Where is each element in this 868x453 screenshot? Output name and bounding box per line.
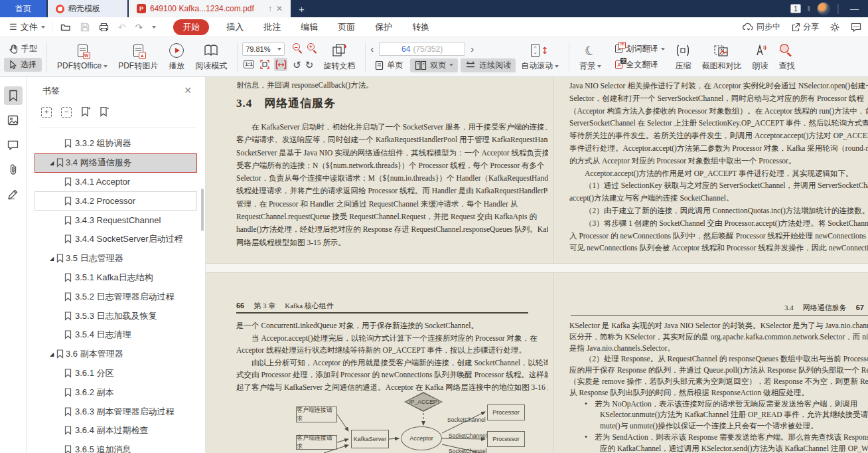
bookmark-item[interactable]: ◢ 3.4.2 Processor — [35, 191, 197, 211]
bookmark-item[interactable]: ◢ 3.6 副本管理器 — [35, 345, 197, 364]
pdf-to-office-button[interactable]: W PDF转Office — [52, 41, 113, 73]
comments-panel-button[interactable] — [4, 136, 23, 154]
feedback-icon[interactable] — [851, 23, 861, 32]
tab-docer[interactable]: 稻壳模板 — [48, 0, 127, 17]
actual-size-button[interactable]: 1:1 — [242, 58, 255, 71]
fit-width-button[interactable] — [274, 58, 287, 71]
bookmarks-panel-button[interactable] — [4, 86, 23, 105]
auto-scroll-button[interactable]: ⌃⌄↕ 自动滚动 — [516, 41, 564, 73]
tab-document[interactable]: P 649100 Kafka...1234.com.pdf ↑ ✕ — [129, 0, 291, 17]
zoom-out-icon[interactable]: – — [293, 43, 303, 54]
remove-bookmark-button[interactable] — [100, 106, 109, 118]
print-icon[interactable] — [99, 23, 109, 32]
thumbnails-panel-button[interactable] — [4, 111, 23, 130]
hand-tool-button[interactable]: 手型 — [4, 42, 42, 56]
bookmark-item[interactable]: ◢ 3.4.3 RequestChannel — [35, 211, 197, 230]
continuous-read-icon — [465, 60, 476, 70]
expand-triangle-icon[interactable]: ◢ — [50, 160, 55, 166]
page-number-input[interactable]: 64 (75/352) — [379, 42, 465, 56]
double-page-button[interactable]: 双页 — [410, 58, 458, 72]
background-button[interactable]: ☾ 背景 — [574, 41, 607, 73]
attachments-panel-button[interactable] — [4, 160, 23, 179]
expand-triangle-icon[interactable]: ◢ — [50, 351, 55, 357]
next-page-button[interactable]: › — [470, 44, 474, 54]
bookmark-label: 3.6.3 副本管理器启动过程 — [75, 406, 175, 418]
rotate-left-icon[interactable]: ↺ — [293, 60, 301, 70]
select-tool-button[interactable]: 选择 — [4, 58, 42, 72]
play-button[interactable]: 播放 — [163, 41, 190, 73]
message-count-badge[interactable]: 1 — [790, 4, 801, 13]
menu-tab[interactable]: 插入 — [226, 21, 244, 33]
bookmark-item[interactable]: ◢ 3.3.2 组协调器 — [35, 134, 197, 153]
screenshot-compare-icon — [713, 44, 729, 58]
sync-status[interactable]: 同步中 — [743, 21, 780, 33]
collapse-all-button[interactable]: − — [61, 107, 72, 118]
save-icon[interactable] — [80, 23, 90, 32]
screenshot-compare-button[interactable]: 截图和对比 — [696, 41, 747, 73]
upload-icon[interactable]: ↑ — [268, 4, 272, 13]
bookmark-item[interactable]: ◢ 3.5.3 日志加载及恢复 — [35, 306, 197, 325]
text-line: RequestChannel.requestQueue 接受 RequestCh… — [236, 211, 548, 223]
compress-button[interactable]: 压缩 — [670, 41, 696, 73]
single-page-button[interactable]: 单页 — [370, 58, 407, 72]
rotate-document-button[interactable]: 旋转文档 — [318, 41, 360, 73]
file-menu[interactable]: ☰ 文件 — [0, 21, 52, 33]
bookmark-item[interactable]: ◢ 3.5 日志管理器 — [35, 249, 197, 268]
bookmark-item[interactable]: ◢ 3.5.1 Kafka日志结构 — [35, 268, 197, 288]
tab-home[interactable]: 首页 — [0, 0, 46, 17]
add-bookmark-button[interactable] — [81, 106, 90, 118]
avatar[interactable] — [817, 2, 830, 15]
fit-page-button[interactable] — [258, 58, 271, 71]
minimize-button[interactable]: — — [846, 4, 863, 14]
full-translate-button[interactable]: A文 全文翻译 — [611, 58, 670, 72]
share-button[interactable]: 分享 — [791, 21, 819, 33]
double-page-label: 双页 — [430, 60, 446, 71]
compress-label: 压缩 — [675, 60, 691, 72]
read-aloud-icon — [752, 44, 768, 57]
expand-triangle-icon[interactable]: ◢ — [50, 256, 55, 262]
more-commands-icon[interactable] — [152, 26, 156, 29]
previous-page-button[interactable]: ‹ — [370, 44, 374, 54]
bookmark-item[interactable]: ◢ 3.6.3 副本管理器启动过程 — [35, 402, 197, 421]
undo-icon[interactable]: ↶ — [118, 22, 126, 33]
find-button[interactable]: 查找 — [773, 41, 800, 73]
zoom-level-select[interactable]: 79.81% — [242, 43, 285, 56]
bookmark-item[interactable]: ◢ 3.6.5 追加消息 — [35, 440, 197, 453]
bookmark-item[interactable]: ◢ 3.4.4 SocketServer启动过程 — [35, 230, 197, 249]
redo-icon[interactable]: ↷ — [135, 22, 143, 33]
text-line: 是一个 ConcurrentLinkedQueue 对象，用于保存新连接的 So… — [236, 319, 548, 332]
menu-tab[interactable]: 页面 — [338, 21, 355, 33]
menu-tab[interactable]: 转换 — [412, 21, 429, 33]
close-tab-icon[interactable]: ✕ — [276, 4, 283, 13]
rotate-right-icon[interactable]: ↻ — [305, 60, 314, 70]
section-number: 3.4 — [784, 304, 794, 312]
diagram-node-processor2: Processor — [487, 431, 525, 447]
continuous-read-button[interactable]: 连续阅读 — [461, 58, 516, 72]
gear-icon[interactable] — [830, 22, 840, 33]
text-line: 从 Response 队列出队列的时间，然后根据 ResponseAction … — [569, 387, 868, 399]
document-area[interactable]: 射信息，并回调 responseCallback()方法。 3.4 网络通信服务… — [206, 77, 868, 453]
bookmark-item[interactable]: ◢ 3.6.1 分区 — [35, 364, 197, 383]
bookmark-item[interactable]: ◢ 3.5.4 日志清理 — [35, 325, 197, 345]
zoom-in-icon[interactable]: + — [307, 43, 318, 54]
menu-tab-start[interactable]: 开始 — [173, 19, 209, 35]
bookmark-item[interactable]: ◢ 3.6.2 副本 — [35, 383, 197, 402]
expand-all-button[interactable]: + — [41, 107, 52, 118]
sign-panel-button[interactable] — [4, 185, 23, 203]
bookmark-item[interactable]: ◢ 3.4 网络通信服务 — [35, 153, 197, 173]
read-mode-button[interactable]: 阅读模式 — [190, 41, 232, 73]
bookmark-item[interactable]: ◢ 3.5.2 日志管理器启动过程 — [35, 287, 197, 306]
menu-tab[interactable]: 编辑 — [301, 21, 318, 33]
open-file-icon[interactable] — [60, 23, 71, 32]
bookmark-item[interactable]: ◢ 3.6.4 副本过期检查 — [35, 421, 197, 440]
new-tab-button[interactable]: + — [291, 0, 313, 17]
rotate-document-label: 旋转文档 — [323, 60, 355, 72]
menu-tab[interactable]: 批注 — [263, 21, 281, 33]
close-panel-icon[interactable]: ✕ — [184, 85, 192, 96]
pdf-to-image-button[interactable]: ▲ PDF转图片 — [113, 41, 163, 73]
menu-tab[interactable]: 保护 — [375, 21, 392, 33]
bookmark-item[interactable]: ◢ 3.4.1 Acceptor — [35, 173, 197, 192]
panel-scrollbar-thumb[interactable] — [201, 189, 204, 231]
read-aloud-button[interactable]: 朗读 — [747, 41, 773, 73]
word-translate-button[interactable]: A中 划词翻译 — [611, 42, 670, 56]
